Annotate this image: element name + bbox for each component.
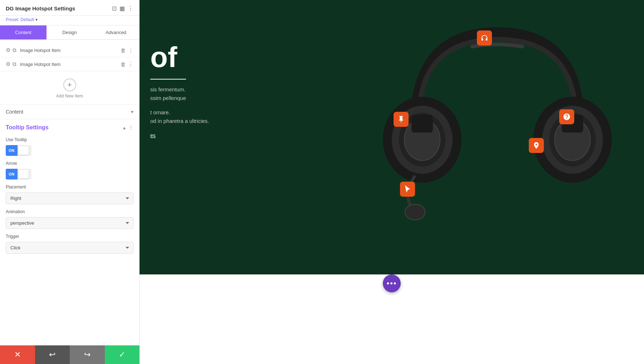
body2-line-1: t ornare. — [150, 109, 170, 115]
tab-bar: Content Design Advanced — [0, 25, 139, 40]
item-right-icons: 🗑 ⋮ — [121, 61, 133, 67]
hotspot-item-list: ⚙ ⧉ Image Hotspot Item 🗑 ⋮ ⚙ ⧉ Image Hot… — [0, 40, 139, 71]
add-new-item-button[interactable]: + Add New Item — [0, 71, 139, 104]
list-item: ⚙ ⧉ Image Hotspot Item 🗑 ⋮ — [0, 57, 139, 71]
trigger-select[interactable]: Click Hover — [6, 242, 133, 254]
tooltip-settings-title: Tooltip Settings — [6, 124, 49, 131]
body-line-1: sis fermentum. — [150, 86, 185, 92]
sidebar-scroll-area: ⚙ ⧉ Image Hotspot Item 🗑 ⋮ ⚙ ⧉ Image Hot… — [0, 40, 139, 364]
placement-label: Placement — [6, 185, 133, 190]
trigger-row: Trigger Click Hover — [0, 231, 139, 256]
headphones-icon — [480, 34, 488, 42]
body-text-1: sis fermentum. ssim pellenque — [150, 85, 209, 102]
content-section-header[interactable]: Content ▾ — [0, 104, 139, 119]
section-icons: ▾ — [131, 109, 133, 115]
use-tooltip-toggle[interactable]: ON — [6, 145, 133, 156]
add-new-label: Add New Item — [56, 94, 83, 99]
hotspot-cursor[interactable] — [400, 182, 415, 197]
text-divider — [150, 79, 186, 80]
preset-label[interactable]: Preset: Default — [6, 17, 34, 22]
arrow-toggle[interactable]: ON — [6, 169, 133, 179]
hotspot-headphones[interactable] — [477, 30, 492, 46]
more-options-icon[interactable]: ⋮ — [128, 61, 133, 67]
trigger-label: Trigger — [6, 234, 133, 239]
more-icon[interactable]: ⋮ — [128, 5, 133, 12]
item-label: Image Hotspot Item — [20, 62, 117, 67]
svg-point-10 — [405, 204, 425, 220]
tooltip-header-icons: ▴ ⋮ — [123, 125, 133, 130]
toggle-switch[interactable]: ON — [6, 145, 31, 156]
cursor-icon — [404, 185, 411, 193]
sidebar-title: DG Image Hotspot Settings — [6, 5, 75, 11]
headphone-svg — [372, 11, 623, 233]
settings-icon[interactable]: ⚙ — [6, 61, 10, 67]
arrow-row: Arrow ON — [0, 158, 139, 182]
svg-rect-8 — [411, 115, 433, 133]
arrow-toggle-on-label: ON — [6, 169, 18, 179]
question-icon — [563, 113, 571, 121]
tab-advanced[interactable]: Advanced — [93, 25, 139, 39]
animation-row: Animation perspective fade scale shift-a… — [0, 206, 139, 231]
confirm-icon: ✓ — [119, 350, 125, 359]
hotspot-location[interactable] — [529, 138, 544, 153]
sidebar: DG Image Hotspot Settings ⊡ ▦ ⋮ Preset: … — [0, 0, 140, 364]
preset-line: Preset: Default ▾ — [0, 16, 139, 25]
hotspot-pin[interactable] — [394, 112, 409, 127]
use-tooltip-row: Use Tooltip ON — [0, 134, 139, 158]
hotspot-question[interactable] — [559, 109, 574, 124]
tooltip-settings-header: Tooltip Settings ▴ ⋮ — [0, 119, 139, 134]
delete-icon[interactable]: 🗑 — [121, 47, 126, 53]
bottom-toolbar: ✕ ↩ ↪ ✓ — [0, 345, 140, 364]
item-right-icons: 🗑 ⋮ — [121, 47, 133, 53]
location-icon — [532, 142, 540, 149]
arrow-toggle-switch[interactable]: ON — [6, 169, 31, 179]
body-line-2: ssim pellenque — [150, 95, 186, 101]
content-section-title: Content — [6, 109, 23, 115]
duplicate-icon[interactable]: ⧉ — [13, 61, 16, 67]
arrow-label: Arrow — [6, 161, 133, 166]
arrow-toggle-slider — [19, 170, 29, 178]
body-text-2: t ornare. od in pharetra a ultricies. — [150, 108, 209, 125]
use-tooltip-label: Use Tooltip — [6, 137, 133, 142]
toggle-slider — [19, 146, 29, 155]
duplicate-icon[interactable]: ⧉ — [13, 47, 16, 53]
layout-icon[interactable]: ▦ — [119, 5, 125, 12]
header-icons: ⊡ ▦ ⋮ — [112, 5, 133, 12]
placement-row: Placement Right Top Bottom Left — [0, 182, 139, 206]
body2-line-2: od in pharetra a ultricies. — [150, 118, 209, 124]
list-item: ⚙ ⧉ Image Hotspot Item 🗑 ⋮ — [0, 43, 139, 57]
chevron-down-icon[interactable]: ▾ — [131, 109, 133, 115]
main-content: of sis fermentum. ssim pellenque t ornar… — [140, 0, 644, 364]
settings-icon[interactable]: ⚙ — [6, 47, 10, 53]
headphone-image — [250, 0, 644, 258]
fab-button[interactable]: ••• — [383, 274, 401, 292]
cancel-button[interactable]: ✕ — [0, 345, 35, 364]
toggle-on-label: ON — [6, 145, 18, 156]
tooltip-more-icon[interactable]: ⋮ — [128, 125, 133, 130]
item-left-icons: ⚙ ⧉ — [6, 47, 16, 53]
pin-icon — [397, 115, 405, 123]
animation-label: Animation — [6, 209, 133, 214]
cancel-icon: ✕ — [14, 350, 21, 359]
text-link[interactable]: es — [150, 133, 209, 138]
responsive-icon[interactable]: ⊡ — [112, 5, 117, 12]
tab-design[interactable]: Design — [47, 25, 93, 39]
undo-button[interactable]: ↩ — [35, 345, 70, 364]
delete-icon[interactable]: 🗑 — [121, 61, 126, 67]
text-overlay: of sis fermentum. ssim pellenque t ornar… — [150, 43, 209, 138]
confirm-button[interactable]: ✓ — [105, 345, 140, 364]
undo-icon: ↩ — [49, 350, 55, 359]
redo-button[interactable]: ↪ — [70, 345, 105, 364]
redo-icon: ↪ — [84, 350, 91, 359]
add-circle-icon: + — [63, 78, 76, 91]
chevron-up-icon[interactable]: ▴ — [123, 125, 126, 130]
placement-select[interactable]: Right Top Bottom Left — [6, 192, 133, 204]
item-left-icons: ⚙ ⧉ — [6, 61, 16, 67]
tab-content[interactable]: Content — [0, 25, 47, 39]
hero-text: of — [150, 43, 209, 72]
animation-select[interactable]: perspective fade scale shift-away shift-… — [6, 217, 133, 229]
more-options-icon[interactable]: ⋮ — [128, 47, 133, 53]
sidebar-header: DG Image Hotspot Settings ⊡ ▦ ⋮ — [0, 0, 139, 16]
item-label: Image Hotspot Item — [20, 48, 117, 53]
